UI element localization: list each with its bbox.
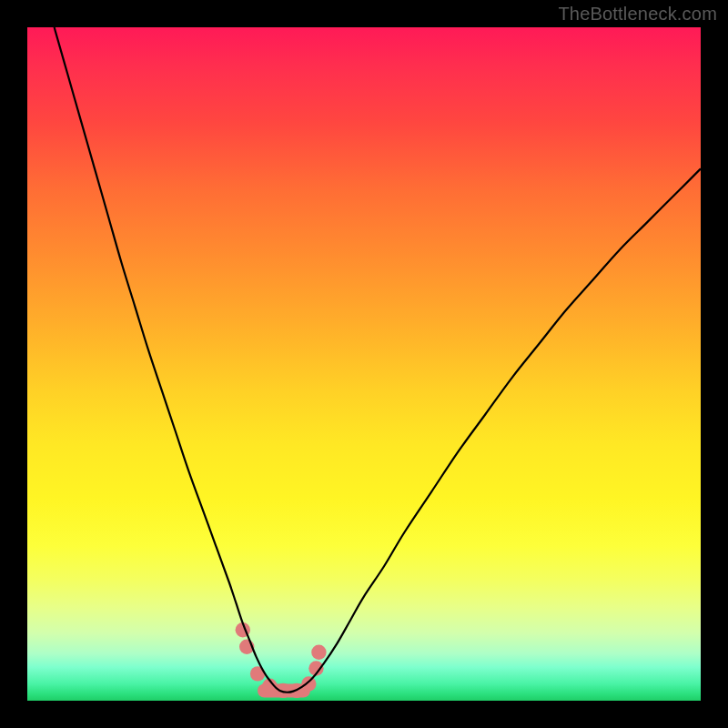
watermark-text: TheBottleneck.com xyxy=(558,4,717,25)
chart-svg xyxy=(27,27,701,701)
marker-dot xyxy=(301,676,316,691)
bottleneck-curve xyxy=(55,27,701,693)
marker-group xyxy=(236,622,327,698)
chart-frame: TheBottleneck.com xyxy=(0,0,728,728)
marker-dot xyxy=(311,645,326,660)
plot-area xyxy=(27,27,701,701)
